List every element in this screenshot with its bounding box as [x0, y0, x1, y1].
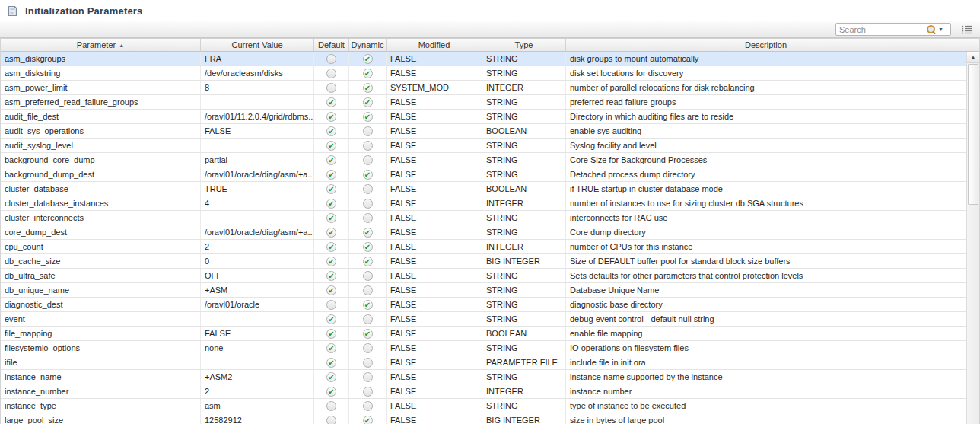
- cell-current_value: /oravl01/11.2.0.4/grid/rdbms...: [201, 110, 314, 123]
- cell-text: FALSE: [390, 329, 416, 338]
- cell-parameter: instance_number: [1, 384, 201, 398]
- cell-text: FALSE: [390, 112, 416, 121]
- table-row[interactable]: asm_preferred_read_failure_groups✔✔FALSE…: [1, 95, 979, 110]
- cell-text: disk groups to mount automatically: [570, 54, 698, 63]
- radio-unchecked-icon: [363, 199, 373, 209]
- table-row[interactable]: instance_name+ASM2✔FALSESTRINGinstance n…: [1, 370, 979, 384]
- check-icon: ✔: [326, 170, 336, 180]
- table-row[interactable]: background_core_dumppartial✔FALSESTRINGC…: [1, 153, 979, 167]
- cell-parameter: file_mapping: [1, 327, 201, 340]
- cell-default: ✔: [314, 153, 349, 167]
- cell-modified: FALSE: [387, 370, 482, 384]
- cell-text: STRING: [486, 54, 518, 63]
- table-row[interactable]: audit_syslog_level✔FALSESTRINGSyslog fac…: [1, 139, 979, 153]
- cell-dynamic: ✔: [349, 66, 387, 80]
- cell-text: +ASM: [205, 285, 228, 295]
- table-row[interactable]: cpu_count2✔✔FALSEINTEGERnumber of CPUs f…: [1, 240, 979, 254]
- cell-parameter: core_dump_dest: [1, 225, 201, 239]
- cell-type: BOOLEAN: [482, 327, 566, 340]
- cell-text: OFF: [205, 271, 221, 280]
- radio-unchecked-icon: [363, 155, 373, 165]
- table-row[interactable]: core_dump_dest/oravl01/oracle/diag/asm/+…: [1, 225, 979, 240]
- cell-type: BOOLEAN: [482, 124, 566, 138]
- cell-text: partial: [205, 155, 228, 164]
- table-row[interactable]: filesystemio_optionsnone✔FALSESTRINGIO o…: [1, 341, 979, 355]
- cell-dynamic: [349, 139, 387, 152]
- table-row[interactable]: db_ultra_safeOFF✔FALSESTRINGSets default…: [1, 269, 979, 283]
- column-header-parameter[interactable]: Parameter▲: [1, 39, 201, 51]
- cell-text: instance name supported by the instance: [570, 372, 723, 381]
- cell-text: enable file mapping: [570, 329, 642, 338]
- cell-type: INTEGER: [482, 81, 566, 94]
- table-row[interactable]: diagnostic_dest/oravl01/oracle✔FALSESTRI…: [1, 298, 979, 312]
- cell-text: audit_file_dest: [5, 112, 59, 121]
- cell-default: ✔: [314, 95, 349, 109]
- cell-text: FRA: [205, 54, 221, 63]
- cell-current_value: none: [201, 341, 314, 355]
- cell-text: FALSE: [390, 54, 416, 63]
- cell-dynamic: ✔: [349, 327, 387, 340]
- table-row[interactable]: db_cache_size0✔✔FALSEBIG INTEGERSize of …: [1, 254, 979, 269]
- radio-unchecked-icon: [326, 69, 336, 78]
- table-row[interactable]: ifile✔FALSEPARAMETER FILEinclude file in…: [1, 355, 979, 370]
- radio-unchecked-icon: [326, 54, 336, 64]
- cell-dynamic: ✔: [349, 240, 387, 253]
- cell-dynamic: [349, 341, 387, 355]
- column-header-description[interactable]: Description: [566, 39, 966, 51]
- cell-current_value: FALSE: [201, 124, 314, 138]
- check-icon: ✔: [326, 126, 336, 136]
- cell-dynamic: ✔: [349, 52, 387, 65]
- cell-parameter: asm_diskstring: [1, 66, 201, 80]
- sort-asc-icon: ▲: [119, 43, 124, 48]
- check-icon: ✔: [326, 97, 336, 107]
- cell-description: Size of DEFAULT buffer pool for standard…: [566, 254, 979, 268]
- column-header-dynamic[interactable]: Dynamic: [349, 39, 387, 51]
- table-row[interactable]: asm_diskstring/dev/oracleasm/disks✔FALSE…: [1, 66, 979, 81]
- table-row[interactable]: db_unique_name+ASM✔FALSESTRINGDatabase U…: [1, 283, 979, 298]
- search-icon[interactable]: [926, 24, 936, 34]
- radio-unchecked-icon: [363, 141, 373, 151]
- cell-text: BIG INTEGER: [486, 416, 540, 424]
- scroll-up-button[interactable]: ▲: [967, 52, 979, 63]
- cell-dynamic: [349, 124, 387, 138]
- table-row[interactable]: background_dump_dest/oravl01/oracle/diag…: [1, 167, 979, 182]
- table-row[interactable]: cluster_database_instances4✔FALSEINTEGER…: [1, 196, 979, 211]
- cell-text: audit_syslog_level: [5, 141, 73, 150]
- scroll-thumb[interactable]: [968, 64, 978, 205]
- table-row[interactable]: asm_power_limit8✔SYSTEM_MODINTEGERnumber…: [1, 81, 979, 95]
- search-input[interactable]: [836, 24, 926, 35]
- cell-text: size in bytes of large pool: [570, 416, 664, 424]
- column-header-modified[interactable]: Modified: [387, 39, 482, 51]
- cell-default: ✔: [314, 355, 349, 369]
- check-icon: ✔: [363, 54, 373, 64]
- table-row[interactable]: cluster_interconnects✔FALSESTRINGinterco…: [1, 211, 979, 225]
- vertical-scrollbar[interactable]: ▲: [966, 52, 979, 424]
- table-row[interactable]: audit_sys_operationsFALSE✔FALSEBOOLEANen…: [1, 124, 979, 139]
- table-row[interactable]: large_pool_size12582912✔FALSEBIG INTEGER…: [1, 413, 979, 424]
- table-row[interactable]: audit_file_dest/oravl01/11.2.0.4/grid/rd…: [1, 110, 979, 124]
- check-icon: ✔: [326, 213, 336, 223]
- column-header-type[interactable]: Type: [482, 39, 566, 51]
- cell-parameter: background_core_dump: [1, 153, 201, 167]
- chevron-down-icon[interactable]: ▼: [938, 23, 943, 36]
- column-header-current_value[interactable]: Current Value: [201, 39, 314, 51]
- cell-text: FALSE: [390, 170, 416, 179]
- cell-description: if TRUE startup in cluster database mode: [566, 182, 979, 196]
- table-row[interactable]: asm_diskgroupsFRA✔FALSESTRINGdisk groups…: [1, 52, 979, 66]
- table-row[interactable]: instance_typeasmFALSESTRINGtype of insta…: [1, 399, 979, 413]
- table-row[interactable]: event✔FALSESTRINGdebug event control - d…: [1, 312, 979, 327]
- cell-text: FALSE: [390, 343, 416, 352]
- cell-text: number of CPUs for this instance: [570, 242, 692, 251]
- cell-default: ✔: [314, 110, 349, 123]
- cell-text: interconnects for RAC use: [570, 213, 667, 222]
- cell-text: Syslog facility and level: [570, 141, 657, 150]
- column-menu-icon[interactable]: [961, 24, 972, 34]
- cell-type: STRING: [482, 269, 566, 282]
- table-row[interactable]: cluster_databaseTRUE✔FALSEBOOLEANif TRUE…: [1, 182, 979, 196]
- table-row[interactable]: instance_number2✔FALSEINTEGERinstance nu…: [1, 384, 979, 399]
- column-header-default[interactable]: Default: [314, 39, 349, 51]
- cell-text: STRING: [486, 69, 518, 78]
- cell-type: INTEGER: [482, 196, 566, 210]
- table-row[interactable]: file_mappingFALSE✔✔FALSEBOOLEANenable fi…: [1, 327, 979, 341]
- cell-text: BOOLEAN: [486, 329, 527, 338]
